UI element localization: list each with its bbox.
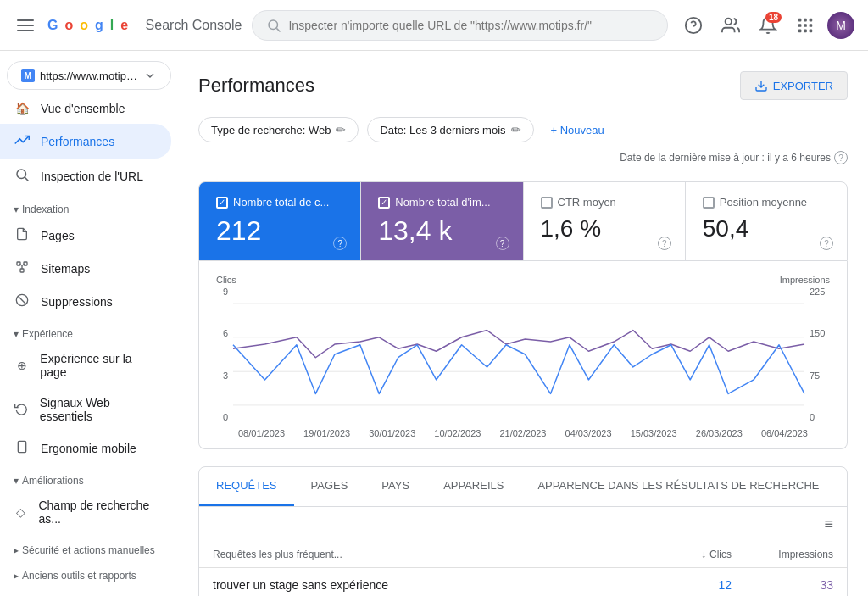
y-right-low: 75	[810, 370, 830, 381]
page-title: Performances	[198, 75, 314, 97]
sidebar-item-sitemaps[interactable]: Sitemaps	[0, 252, 171, 285]
help-button[interactable]	[678, 10, 709, 41]
y-left-mid: 6	[216, 328, 228, 338]
last-update-help-icon[interactable]: ?	[834, 151, 848, 164]
chart-y-right-label: Impressions	[780, 275, 830, 285]
notifications-button[interactable]: 18	[753, 10, 783, 41]
metric-help-icon[interactable]: ?	[333, 237, 347, 250]
topbar-icons: 18 M	[678, 10, 854, 41]
download-icon	[754, 79, 768, 92]
x-label: 04/03/2023	[565, 428, 612, 438]
metric-card-impressions[interactable]: Nombre total d'im... 13,4 k ?	[361, 182, 523, 260]
web-vitals-icon	[14, 402, 30, 418]
metric-value: 1,6 %	[541, 215, 668, 242]
tab-pays[interactable]: PAYS	[364, 467, 426, 506]
section-label: Anciens outils et rapports	[22, 570, 136, 582]
sitemaps-icon	[14, 260, 31, 276]
y-left-max: 9	[216, 287, 228, 297]
main-layout: M https://www.motips.... 🏠 Vue d'ensembl…	[0, 51, 868, 596]
section-anciens-outils[interactable]: ▸ Anciens outils et rapports	[0, 560, 178, 585]
svg-rect-13	[810, 29, 813, 32]
section-chevron-icon: ▸	[14, 570, 19, 582]
metric-label: Nombre total d'im...	[395, 196, 490, 209]
tab-requetes[interactable]: REQUÊTES	[199, 467, 294, 506]
sidebar-item-champ-recherche[interactable]: ◇ Champ de recherche as...	[0, 490, 171, 534]
section-chevron-icon: ▸	[14, 544, 19, 556]
filter-table-icon[interactable]: ≡	[824, 515, 833, 533]
sidebar-item-suppressions[interactable]: Suppressions	[0, 285, 171, 318]
last-update-text: Date de la dernière mise à jour : il y a…	[620, 152, 831, 164]
metric-checkbox[interactable]	[541, 197, 553, 209]
search-type-filter[interactable]: Type de recherche: Web ✏	[198, 117, 359, 142]
site-favicon: M	[21, 69, 35, 82]
sidebar-item-label: Signaux Web essentiels	[40, 396, 158, 423]
user-avatar[interactable]: M	[827, 12, 854, 39]
metric-help-icon[interactable]: ?	[496, 237, 509, 250]
metric-value: 13,4 k	[378, 215, 505, 247]
sidebar: M https://www.motips.... 🏠 Vue d'ensembl…	[0, 51, 178, 596]
sidebar-item-vue-densemble[interactable]: 🏠 Vue d'ensemble	[0, 93, 171, 124]
metric-help-icon[interactable]: ?	[658, 237, 671, 250]
search-field-icon: ◇	[14, 505, 28, 519]
sidebar-item-experience-page[interactable]: ⊕ Expérience sur la page	[0, 343, 171, 387]
svg-rect-6	[804, 18, 807, 21]
tab-pages[interactable]: PAGES	[294, 467, 365, 506]
x-label: 30/01/2023	[369, 428, 415, 438]
metric-checkbox[interactable]	[378, 197, 390, 209]
tab-appareils[interactable]: APPAREILS	[426, 467, 520, 506]
sidebar-item-ergonomie-mobile[interactable]: Ergonomie mobile	[0, 432, 171, 465]
metric-help-icon[interactable]: ?	[820, 237, 833, 250]
sidebar-item-performances[interactable]: Performances	[0, 124, 171, 159]
pages-icon	[14, 227, 31, 243]
chevron-down-icon	[143, 69, 157, 82]
metric-value: 212	[216, 215, 343, 247]
svg-point-4	[726, 18, 732, 24]
suppressions-icon	[14, 293, 31, 309]
sidebar-item-signaux-web[interactable]: Signaux Web essentiels	[0, 387, 171, 432]
x-label: 10/02/2023	[434, 428, 481, 438]
svg-rect-11	[798, 29, 802, 32]
tab-apparence[interactable]: APPARENCE DANS LES RÉSULTATS DE RECHERCH…	[520, 467, 836, 506]
svg-line-1	[277, 28, 281, 31]
metric-card-ctr[interactable]: CTR moyen 1,6 % ?	[524, 182, 686, 260]
search-bar[interactable]	[252, 10, 668, 41]
x-label: 06/04/2023	[761, 428, 808, 438]
sidebar-item-pages[interactable]: Pages	[0, 219, 171, 252]
metric-checkbox[interactable]	[703, 197, 715, 209]
date-filter[interactable]: Date: Les 3 derniers mois ✏	[367, 117, 533, 142]
sidebar-item-inspection-url[interactable]: Inspection de l'URL	[0, 159, 171, 193]
sidebar-item-label: Pages	[41, 229, 75, 242]
svg-rect-9	[804, 24, 807, 27]
tab-dates[interactable]: DATES	[836, 467, 848, 506]
y-right-max: 225	[810, 287, 830, 297]
hamburger-menu[interactable]	[14, 16, 37, 35]
metric-card-position[interactable]: Position moyenne 50,4 ?	[686, 182, 847, 260]
experience-icon: ⊕	[14, 359, 30, 372]
x-label: 08/01/2023	[238, 428, 285, 438]
metric-value: 50,4	[703, 215, 830, 242]
app-logo: Google Search Console	[47, 18, 242, 33]
add-filter-button[interactable]: + Nouveau	[542, 119, 613, 142]
section-securite[interactable]: ▸ Sécurité et actions manuelles	[0, 534, 178, 560]
sidebar-item-label: Expérience sur la page	[40, 352, 158, 379]
section-ameliorations[interactable]: ▾ Améliorations	[0, 465, 178, 490]
section-experience[interactable]: ▾ Expérience	[0, 318, 178, 343]
topbar: Google Search Console 18 M	[0, 0, 868, 51]
svg-rect-12	[804, 29, 807, 32]
export-button[interactable]: EXPORTER	[740, 71, 848, 100]
section-indexation[interactable]: ▾ Indexation	[0, 193, 178, 219]
impressions-cell: 33	[732, 578, 833, 592]
section-chevron-icon: ▾	[14, 475, 19, 487]
metric-card-clics[interactable]: Nombre total de c... 212 ?	[199, 182, 361, 260]
svg-line-23	[18, 296, 25, 304]
section-label: Améliorations	[22, 475, 84, 487]
metric-label: CTR moyen	[558, 196, 616, 209]
users-button[interactable]	[715, 10, 746, 41]
apps-button[interactable]	[790, 10, 821, 41]
metric-checkbox[interactable]	[216, 197, 228, 209]
metric-label: Position moyenne	[720, 196, 807, 209]
main-content: Performances EXPORTER Type de recherche:…	[178, 51, 868, 596]
site-selector[interactable]: M https://www.motips....	[7, 61, 171, 90]
search-input[interactable]	[288, 19, 654, 32]
svg-line-15	[25, 177, 28, 181]
